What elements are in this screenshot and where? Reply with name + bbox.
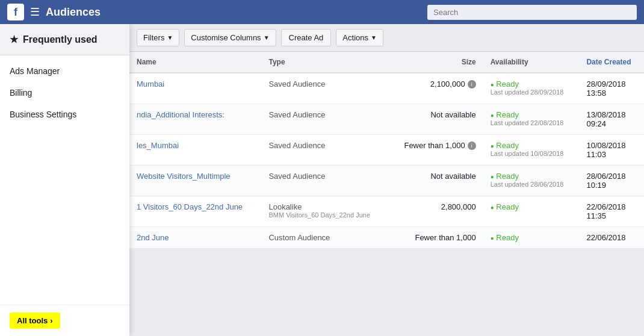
cell-name: 1 Visitors_60 Days_22nd June xyxy=(129,196,261,227)
filters-button[interactable]: Filters ▼ xyxy=(137,29,179,46)
date-value: 13/08/2018 xyxy=(586,110,637,119)
cell-date: 28/06/201810:19 xyxy=(579,166,644,196)
table-container: Name Type Size Availability Date Created… xyxy=(129,52,644,334)
sidebar-item-ads-manager[interactable]: Ads Manager xyxy=(0,60,129,82)
audience-name-link[interactable]: 2nd June xyxy=(137,233,169,242)
size-value: Fewer than 1,000 xyxy=(404,141,465,150)
toolbar: Filters ▼ Customise Columns ▼ Create Ad … xyxy=(129,24,644,52)
date-value: 28/09/2018 xyxy=(586,79,637,89)
ready-dot: ● xyxy=(491,235,494,241)
sidebar-menu: Ads Manager Billing Business Settings xyxy=(0,55,129,305)
col-header-type: Type xyxy=(261,52,388,73)
ready-dot: ● xyxy=(491,173,494,180)
cell-availability: ● ReadyLast updated 28/06/2018 xyxy=(483,166,580,196)
ready-dot: ● xyxy=(491,143,494,149)
last-updated: Last updated 28/09/2018 xyxy=(491,89,572,96)
cell-availability: ● Ready xyxy=(483,196,580,227)
hamburger-icon[interactable]: ☰ xyxy=(30,5,40,19)
create-ad-button[interactable]: Create Ad xyxy=(281,29,332,46)
cell-name: 2nd June xyxy=(129,227,261,249)
search-input[interactable] xyxy=(427,5,637,20)
cell-type: Saved Audience xyxy=(261,166,388,196)
cell-type: Saved Audience xyxy=(261,135,388,166)
cell-date: 13/08/201809:24 xyxy=(579,104,644,135)
cell-size: 2,800,000 xyxy=(389,196,483,227)
availability-status: Ready xyxy=(496,110,519,119)
cell-date: 28/09/201813:58 xyxy=(579,73,644,104)
table-row: les_MumbaiSaved AudienceFewer than 1,000… xyxy=(129,135,644,166)
cell-size: Fewer than 1,000i xyxy=(389,135,483,166)
availability-status: Ready xyxy=(496,141,519,150)
last-updated: Last updated 10/08/2018 xyxy=(491,150,572,157)
size-value: Fewer than 1,000 xyxy=(415,233,475,242)
cell-availability: ● Ready xyxy=(483,227,580,249)
table-header-row: Name Type Size Availability Date Created xyxy=(129,52,644,73)
cell-type: Saved Audience xyxy=(261,73,388,104)
cell-date: 22/06/2018 xyxy=(579,227,644,249)
all-tools-button[interactable]: All tools › xyxy=(10,313,60,329)
table-row: 1 Visitors_60 Days_22nd JuneLookalikeBMM… xyxy=(129,196,644,227)
audience-name-link[interactable]: 1 Visitors_60 Days_22nd June xyxy=(137,202,243,211)
sidebar-item-billing[interactable]: Billing xyxy=(0,82,129,104)
availability-status: Ready xyxy=(496,172,519,181)
time-value: 13:58 xyxy=(586,89,637,98)
time-value: 09:24 xyxy=(586,119,637,128)
sidebar: ★ Frequently used Ads Manager Billing Bu… xyxy=(0,24,129,336)
size-value: Not available xyxy=(430,110,475,119)
fb-logo: f xyxy=(7,4,24,20)
cell-availability: ● ReadyLast updated 10/08/2018 xyxy=(483,135,580,166)
actions-label: Actions xyxy=(342,33,368,42)
availability-status: Ready xyxy=(496,79,519,89)
table-row: Website Visitors_MultimpleSaved Audience… xyxy=(129,166,644,196)
create-ad-label: Create Ad xyxy=(289,33,324,42)
filters-label: Filters xyxy=(143,33,164,42)
cell-size: Not available xyxy=(389,166,483,196)
cell-name: Mumbai xyxy=(129,73,261,104)
ready-dot: ● xyxy=(491,112,494,119)
cell-type: Custom Audience xyxy=(261,227,388,249)
actions-button[interactable]: Actions ▼ xyxy=(336,29,383,46)
cell-size: 2,100,000i xyxy=(389,73,483,104)
last-updated: Last updated 22/08/2018 xyxy=(491,119,572,126)
actions-caret: ▼ xyxy=(371,34,377,41)
cell-availability: ● ReadyLast updated 22/08/2018 xyxy=(483,104,580,135)
audience-name-link[interactable]: Mumbai xyxy=(137,79,164,89)
customise-columns-caret: ▼ xyxy=(264,34,270,41)
last-updated: Last updated 28/06/2018 xyxy=(491,181,572,188)
audience-name-link[interactable]: les_Mumbai xyxy=(137,141,179,150)
cell-date: 22/06/201811:35 xyxy=(579,196,644,227)
customise-columns-button[interactable]: Customise Columns ▼ xyxy=(184,29,276,46)
col-header-date-created: Date Created xyxy=(579,52,644,73)
all-tools-arrow: › xyxy=(50,316,52,325)
sidebar-footer: All tools › xyxy=(0,305,129,336)
date-value: 10/08/2018 xyxy=(586,141,637,150)
cell-type: LookalikeBMM Visitors_60 Days_22nd June xyxy=(261,196,388,227)
audience-name-link[interactable]: Website Visitors_Multimple xyxy=(137,172,231,181)
main-content: Filters ▼ Customise Columns ▼ Create Ad … xyxy=(129,24,644,336)
time-value: 11:35 xyxy=(586,211,637,220)
size-value: 2,800,000 xyxy=(441,202,476,211)
col-header-name: Name xyxy=(129,52,261,73)
size-value: Not available xyxy=(430,172,475,181)
sidebar-frequently-used: ★ Frequently used xyxy=(0,24,129,55)
top-nav: f ☰ Audiences xyxy=(0,0,644,24)
customise-columns-label: Customise Columns xyxy=(191,33,261,42)
type-sub: BMM Visitors_60 Days_22nd June xyxy=(268,211,381,219)
ready-dot: ● xyxy=(491,204,494,211)
cell-name: les_Mumbai xyxy=(129,135,261,166)
audience-name-link[interactable]: ndia_Additional Interests: xyxy=(137,110,224,119)
table-row: MumbaiSaved Audience2,100,000i● ReadyLas… xyxy=(129,73,644,104)
time-value: 11:03 xyxy=(586,150,637,159)
date-value: 28/06/2018 xyxy=(586,172,637,181)
sidebar-item-business-settings[interactable]: Business Settings xyxy=(0,104,129,125)
cell-availability: ● ReadyLast updated 28/09/2018 xyxy=(483,73,580,104)
col-header-availability: Availability xyxy=(483,52,580,73)
info-icon[interactable]: i xyxy=(468,80,476,89)
cell-size: Not available xyxy=(389,104,483,135)
time-value: 10:19 xyxy=(586,181,637,190)
ready-dot: ● xyxy=(491,81,494,88)
frequently-used-label: Frequently used xyxy=(23,34,98,45)
cell-type: Saved Audience xyxy=(261,104,388,135)
info-icon[interactable]: i xyxy=(468,142,476,150)
nav-title: Audiences xyxy=(46,6,101,19)
